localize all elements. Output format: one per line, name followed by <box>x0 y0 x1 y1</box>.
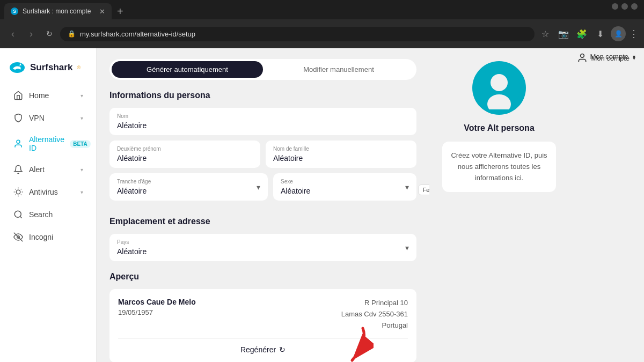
logo-registered: ® <box>77 65 80 70</box>
sidebar-item-vpn[interactable]: VPN ▾ <box>4 107 92 129</box>
nom-value: Aléatoire <box>117 121 409 130</box>
back-button[interactable]: ‹ <box>5 26 20 41</box>
app-container: Surfshark® Mon compte ▾ Home ▾ <box>0 48 644 362</box>
tab-manual-button[interactable]: Modifier manuellement <box>263 61 414 78</box>
avatar-image <box>478 67 521 109</box>
search-icon <box>13 209 24 220</box>
sidebar-item-incogni[interactable]: Incogni <box>4 226 92 248</box>
svg-point-21 <box>581 54 584 58</box>
sidebar-alert-label: Alert <box>29 165 75 174</box>
tab-close-icon[interactable]: ✕ <box>99 8 105 16</box>
svg-line-11 <box>15 195 16 195</box>
forward-button[interactable]: › <box>24 26 39 41</box>
svg-line-12 <box>21 189 21 189</box>
svg-point-3 <box>17 140 20 143</box>
minimize-button[interactable] <box>612 3 618 10</box>
content-area: Générer automatiquement Modifier manuell… <box>97 48 644 362</box>
apercu-section-title: Aperçu <box>109 272 416 282</box>
apercu-card: Marcos Caue De Melo 19/05/1957 R Princip… <box>109 289 416 362</box>
sexe-label: Sexe <box>281 179 405 184</box>
sidebar-antivirus-label: Antivirus <box>29 188 75 196</box>
svg-point-19 <box>491 74 508 91</box>
home-chevron-icon: ▾ <box>80 93 83 99</box>
apercu-name: Marcos Caue De Melo <box>118 298 196 306</box>
svg-point-4 <box>16 190 20 194</box>
svg-line-8 <box>21 195 21 195</box>
regenerer-icon[interactable]: ↻ <box>279 345 286 354</box>
antivirus-chevron-icon: ▾ <box>80 189 83 195</box>
vpn-icon <box>13 113 24 123</box>
apercu-right: R Principal 10 Lamas Cdv 2550-361 Portug… <box>341 298 408 331</box>
bookmark-button[interactable]: ☆ <box>538 26 553 41</box>
sexe-wrapper: Sexe Aléatoire ▾ Fermer <box>273 173 416 206</box>
apercu-addr-line2: Lamas Cdv 2550-361 <box>341 309 408 320</box>
svg-line-14 <box>20 216 21 218</box>
nom-field[interactable]: Nom Aléatoire <box>109 108 416 135</box>
url-bar[interactable]: 🔒 my.surfshark.com/alternative-id/setup <box>60 27 535 41</box>
right-panel: Votre Alt persona Créez votre Alternativ… <box>429 48 569 362</box>
pays-label: Pays <box>117 239 405 245</box>
apercu-left: Marcos Caue De Melo 19/05/1957 <box>118 298 196 316</box>
svg-text:S: S <box>13 9 16 14</box>
sexe-value: Aléatoire <box>281 187 405 195</box>
profile-button[interactable]: 👤 <box>611 26 626 41</box>
sidebar-search-label: Search <box>29 210 83 219</box>
prenom-label: Deuxième prénom <box>117 146 253 152</box>
nom-famille-field[interactable]: Nom de famille Aléatoire <box>266 141 416 168</box>
form-panel: Générer automatiquement Modifier manuell… <box>97 48 429 362</box>
svg-line-7 <box>15 189 16 189</box>
sidebar-item-alternative-id[interactable]: Alternative ID BETA <box>4 130 92 158</box>
apercu-addr-line3: Portugal <box>341 320 408 331</box>
pays-field[interactable]: Pays Aléatoire ▾ <box>109 234 416 261</box>
extensions-button[interactable]: 🧩 <box>574 26 589 41</box>
sidebar-item-search[interactable]: Search <box>4 204 92 225</box>
adresse-section-title: Emplacement et adresse <box>109 217 416 226</box>
prenom-row: Deuxième prénom Aléatoire Nom de famille… <box>109 141 416 168</box>
tranche-field[interactable]: Tranche d'âge Aléatoire ▾ <box>109 173 268 201</box>
menu-button[interactable]: ⋮ <box>629 28 639 40</box>
download-button[interactable]: ⬇ <box>592 26 608 41</box>
apercu-bottom: Regénérer ↻ <box>118 338 408 354</box>
alert-icon <box>13 164 24 175</box>
persona-section-title: Informations du persona <box>109 91 416 100</box>
surfshark-logo-icon <box>9 61 26 74</box>
vpn-chevron-icon: ▾ <box>80 115 83 121</box>
camera-button[interactable]: 📷 <box>556 26 571 41</box>
prenom-field[interactable]: Deuxième prénom Aléatoire <box>109 141 260 168</box>
beta-badge: BETA <box>70 140 90 148</box>
nom-label: Nom <box>117 113 409 119</box>
browser-tab[interactable]: S Surfshark : mon compte ✕ <box>4 3 112 19</box>
logo: Surfshark® <box>0 57 96 85</box>
sidebar-incogni-label: Incogni <box>29 233 83 241</box>
tranche-value: Aléatoire <box>117 187 257 195</box>
sexe-field[interactable]: Sexe Aléatoire ▾ <box>273 173 416 201</box>
sidebar: Surfshark® Mon compte ▾ Home ▾ <box>0 48 97 362</box>
alt-persona-card: Créez votre Alternative ID, puis nous af… <box>442 142 556 192</box>
account-area[interactable]: Mon compte ▾ <box>577 53 635 63</box>
alt-persona-title: Votre Alt persona <box>464 123 535 133</box>
antivirus-icon <box>13 187 24 197</box>
prenom-value: Aléatoire <box>117 154 253 162</box>
fermer-button[interactable]: Fermer <box>418 184 429 195</box>
sidebar-altid-label: Alternative ID <box>29 135 64 152</box>
maximize-button[interactable] <box>621 3 628 10</box>
sidebar-item-alert[interactable]: Alert ▾ <box>4 159 92 180</box>
regenerer-label: Regénérer <box>240 345 276 354</box>
home-icon <box>13 90 24 101</box>
account-dropdown-icon: ▾ <box>633 55 635 61</box>
sidebar-item-antivirus[interactable]: Antivirus ▾ <box>4 181 92 203</box>
reload-button[interactable]: ↻ <box>42 26 57 41</box>
sidebar-home-label: Home <box>29 91 75 100</box>
tranche-chevron-icon: ▾ <box>257 183 260 191</box>
pays-chevron-icon: ▾ <box>405 243 409 252</box>
account-icon <box>577 53 588 63</box>
close-button[interactable] <box>631 3 638 10</box>
sidebar-item-home[interactable]: Home ▾ <box>4 85 92 106</box>
account-text: Mon compte <box>591 54 630 62</box>
tranche-label: Tranche d'âge <box>117 179 257 184</box>
tab-auto-button[interactable]: Générer automatiquement <box>112 61 263 78</box>
url-text: my.surfshark.com/alternative-id/setup <box>80 30 195 38</box>
new-tab-button[interactable]: + <box>112 3 129 19</box>
svg-point-13 <box>14 211 21 217</box>
tab-title: Surfshark : mon compte <box>23 8 95 15</box>
